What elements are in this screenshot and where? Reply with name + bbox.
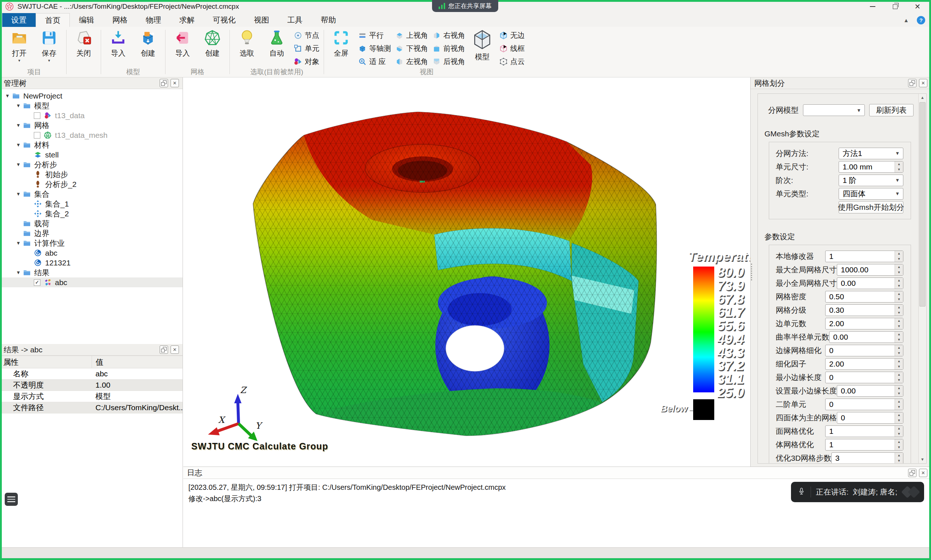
toolbar-button[interactable]: 后视角 — [432, 56, 465, 67]
param-spinbox[interactable]: 0.50▲▼ — [825, 291, 903, 303]
scroll-up-icon[interactable]: ▲ — [919, 94, 926, 102]
float-panel-icon[interactable] — [908, 469, 916, 477]
toolbar-button[interactable]: 创建 — [135, 28, 161, 58]
tree-item[interactable]: 集合_1 — [0, 199, 183, 209]
param-spinbox[interactable]: 2.00▲▼ — [825, 358, 903, 370]
toolbar-button[interactable]: 左视角 — [395, 56, 428, 67]
spin-up-icon[interactable]: ▲ — [895, 439, 903, 445]
toolbar-button[interactable]: 打开▾ — [6, 28, 32, 62]
menu-item[interactable]: 求解 — [170, 13, 204, 27]
visibility-checkbox[interactable] — [34, 112, 40, 119]
toolbar-button[interactable]: 自动 — [264, 28, 289, 58]
scrollbar[interactable]: ▲ ▼ — [918, 94, 926, 463]
param-spinbox[interactable]: 0.00▲▼ — [829, 331, 903, 343]
param-spinbox[interactable]: 0▲▼ — [825, 372, 903, 383]
toolbar-button[interactable]: 下视角 — [395, 43, 428, 54]
viewport-3d[interactable]: Temperature 80.073.967.861.755.649.443.3… — [183, 77, 750, 466]
help-icon[interactable]: ? — [917, 16, 925, 25]
spin-up-icon[interactable]: ▲ — [895, 318, 903, 324]
toolbar-button[interactable]: 前视角 — [432, 43, 465, 54]
spin-down-icon[interactable]: ▼ — [895, 283, 903, 289]
spin-down-icon[interactable]: ▼ — [895, 391, 903, 396]
close-panel-icon[interactable]: ✕ — [919, 469, 927, 477]
expand-arrow-icon[interactable]: ▼ — [14, 240, 23, 246]
toolbar-button[interactable]: 对象 — [294, 56, 319, 67]
toolbar-button[interactable]: 模型 — [469, 28, 495, 62]
table-row[interactable]: 显示方式模型 — [0, 391, 183, 402]
floating-list-button[interactable] — [5, 493, 18, 506]
tree-item[interactable]: abc — [0, 248, 183, 258]
toolbar-button[interactable]: 线框 — [499, 43, 525, 54]
param-spinbox[interactable]: 0▲▼ — [825, 398, 903, 410]
spin-up-icon[interactable]: ▲ — [895, 412, 903, 418]
spin-up-icon[interactable]: ▲ — [895, 358, 903, 364]
tree-item[interactable]: ▼结果 — [0, 268, 183, 277]
tree-item[interactable]: ▼NewProject — [0, 91, 183, 101]
param-spinbox[interactable]: 0.30▲▼ — [825, 305, 903, 316]
spin-down-icon[interactable]: ▼ — [895, 167, 903, 172]
tree-item[interactable]: ▼材料 — [0, 140, 183, 150]
spin-down-icon[interactable]: ▼ — [895, 270, 903, 275]
spin-up-icon[interactable]: ▲ — [895, 332, 903, 337]
spin-up-icon[interactable]: ▲ — [895, 265, 903, 270]
tree-item[interactable]: 集合_2 — [0, 209, 183, 218]
tree-item[interactable]: 121321 — [0, 258, 183, 268]
toolbar-button[interactable]: 平行 — [358, 30, 391, 41]
param-spinbox[interactable]: 0▲▼ — [825, 345, 903, 356]
toolbar-button[interactable]: 右视角 — [432, 30, 465, 41]
menu-item[interactable]: 网格 — [103, 13, 137, 27]
menu-item[interactable]: 物理 — [137, 13, 170, 27]
toolbar-button[interactable]: 无边 — [499, 30, 525, 41]
menu-item[interactable]: 视图 — [245, 13, 278, 27]
float-panel-icon[interactable] — [160, 345, 168, 354]
chevron-down-icon[interactable]: ▼ — [895, 151, 903, 156]
spin-up-icon[interactable]: ▲ — [895, 372, 903, 377]
spin-up-icon[interactable]: ▲ — [895, 385, 903, 391]
param-spinbox[interactable]: 1▲▼ — [825, 251, 903, 262]
spin-up-icon[interactable]: ▲ — [895, 453, 903, 458]
param-combo[interactable]: 1 阶▼ — [839, 175, 903, 186]
close-button[interactable]: ✕ — [906, 0, 929, 13]
param-spinbox[interactable]: 0.00▲▼ — [837, 385, 903, 397]
expand-arrow-icon[interactable]: ▼ — [14, 162, 23, 167]
chevron-down-icon[interactable]: ▼ — [895, 191, 903, 196]
chevron-down-icon[interactable]: ▾ — [48, 59, 50, 62]
spin-up-icon[interactable]: ▲ — [895, 305, 903, 310]
close-panel-icon[interactable]: ✕ — [171, 79, 179, 87]
toolbar-button[interactable]: 节点 — [294, 30, 319, 41]
param-spinbox[interactable]: 1▲▼ — [825, 439, 903, 451]
spin-down-icon[interactable]: ▼ — [895, 256, 903, 262]
toolbar-button[interactable]: 导入 — [105, 28, 131, 58]
param-spinbox[interactable]: 2.00▲▼ — [825, 318, 903, 329]
toolbar-button[interactable]: 创建 — [200, 28, 225, 58]
menu-item[interactable]: 可视化 — [204, 13, 245, 27]
spin-up-icon[interactable]: ▲ — [895, 345, 903, 351]
param-spinbox[interactable]: 0▲▼ — [837, 412, 903, 424]
tree-item[interactable]: ▼分析步 — [0, 160, 183, 169]
tree-item[interactable]: 边界 — [0, 228, 183, 238]
spin-down-icon[interactable]: ▼ — [895, 324, 903, 329]
tree-item[interactable]: 分析步_2 — [0, 179, 183, 189]
toolbar-button[interactable]: 适 应 — [358, 56, 391, 67]
close-panel-icon[interactable]: ✕ — [171, 345, 179, 354]
table-row[interactable]: 名称abc — [0, 368, 183, 380]
toolbar-button[interactable]: 单元 — [294, 43, 319, 54]
table-row[interactable]: 不透明度1.00 — [0, 380, 183, 391]
tree-item[interactable]: 载荷 — [0, 218, 183, 228]
visibility-checkbox[interactable]: ✓ — [34, 279, 40, 286]
panel-splitter-grip[interactable] — [751, 264, 752, 280]
scrollbar-thumb[interactable] — [919, 102, 926, 306]
spin-up-icon[interactable]: ▲ — [895, 251, 903, 256]
expand-arrow-icon[interactable]: ▼ — [14, 142, 23, 148]
menu-item[interactable]: 设置 — [2, 13, 35, 27]
chevron-down-icon[interactable]: ▼ — [895, 177, 903, 183]
spin-up-icon[interactable]: ▲ — [895, 278, 903, 283]
tree-item[interactable]: ▼模型 — [0, 101, 183, 111]
spin-down-icon[interactable]: ▼ — [895, 418, 903, 423]
param-combo[interactable]: 方法1▼ — [839, 148, 903, 159]
toolbar-button[interactable]: 全屏 — [328, 28, 354, 58]
param-spinbox[interactable]: 1000.00▲▼ — [837, 264, 903, 275]
expand-arrow-icon[interactable]: ▼ — [14, 270, 23, 275]
collapse-ribbon-icon[interactable]: ▲ — [903, 17, 909, 23]
tree-item[interactable]: ▼计算作业 — [0, 238, 183, 248]
